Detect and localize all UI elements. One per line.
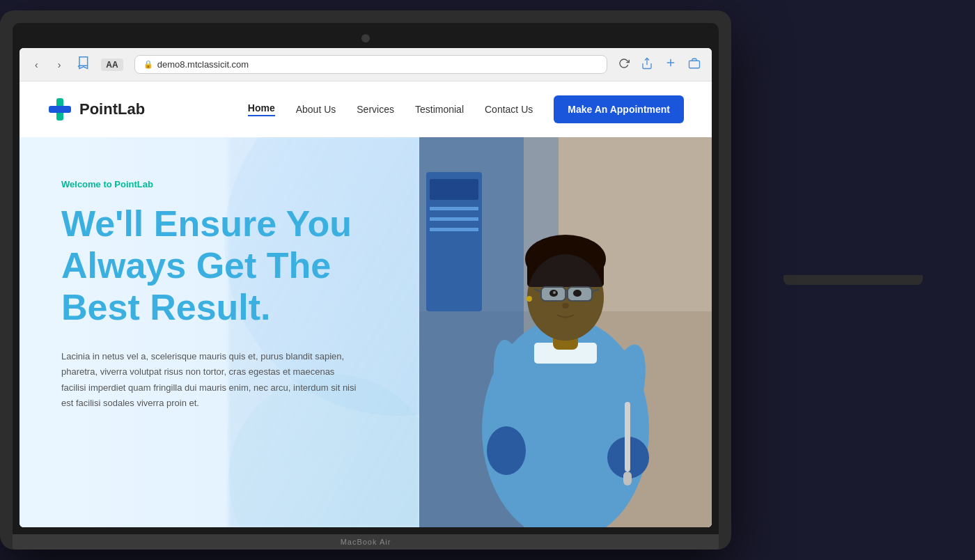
svg-rect-23 xyxy=(625,402,630,472)
macbook-bottom-bar: MacBook Air xyxy=(13,534,719,550)
hero-description: Lacinia in netus vel a, scelerisque maur… xyxy=(61,349,361,410)
new-tab-button[interactable] xyxy=(664,56,677,72)
hero-welcome-text: Welcome to PointLab xyxy=(61,179,407,189)
address-bar[interactable]: 🔒 demo8.mtclassicit.com xyxy=(134,55,607,74)
browser-screen: ‹ › AA 🔒 demo8.mtclassicit.com xyxy=(20,48,712,527)
svg-point-39 xyxy=(527,254,604,341)
site-header: PointLab Home About Us Services Testimon… xyxy=(20,81,712,137)
logo-area: PointLab xyxy=(47,97,145,122)
logo-cross-icon xyxy=(47,97,72,122)
reader-mode-button[interactable]: AA xyxy=(101,59,123,71)
hero-title-line1: We'll Ensure You xyxy=(61,203,352,244)
svg-rect-24 xyxy=(623,472,632,485)
hero-title: We'll Ensure You Always Get The Best Res… xyxy=(61,203,407,328)
site-nav: Home About Us Services Testimonial Conta… xyxy=(248,95,684,123)
nav-testimonial[interactable]: Testimonial xyxy=(415,104,464,115)
website-content: PointLab Home About Us Services Testimon… xyxy=(20,81,712,527)
nav-services[interactable]: Services xyxy=(357,104,394,115)
browser-toolbar: ‹ › AA 🔒 demo8.mtclassicit.com xyxy=(20,48,712,81)
back-button[interactable]: ‹ xyxy=(31,58,42,72)
hero-content: Welcome to PointLab We'll Ensure You Alw… xyxy=(20,137,435,527)
lab-scientist-illustration xyxy=(419,137,712,527)
hero-title-line2: Always Get The xyxy=(61,245,331,286)
forward-button[interactable]: › xyxy=(54,58,65,72)
svg-point-21 xyxy=(487,426,526,475)
hero-title-line3: Best Result. xyxy=(61,287,271,327)
hero-lab-image xyxy=(419,137,712,527)
svg-rect-3 xyxy=(689,61,700,68)
nav-contact[interactable]: Contact Us xyxy=(485,104,533,115)
tab-switcher-button[interactable] xyxy=(688,57,701,72)
url-text: demo8.mtclassicit.com xyxy=(157,59,249,70)
nav-home[interactable]: Home xyxy=(248,102,275,116)
appointment-button[interactable]: Make An Appointment xyxy=(554,95,684,123)
nav-about[interactable]: About Us xyxy=(296,104,336,115)
share-button[interactable] xyxy=(641,57,653,72)
macbook-stand xyxy=(783,275,923,285)
screen-bezel: ‹ › AA 🔒 demo8.mtclassicit.com xyxy=(13,23,719,534)
macbook-model-label: MacBook Air xyxy=(341,538,391,546)
macbook-frame: ‹ › AA 🔒 demo8.mtclassicit.com xyxy=(0,10,731,550)
hero-section: Welcome to PointLab We'll Ensure You Alw… xyxy=(20,137,712,527)
bookmarks-icon[interactable] xyxy=(76,56,90,73)
svg-rect-5 xyxy=(49,106,71,113)
reload-button[interactable] xyxy=(618,58,630,71)
camera-notch xyxy=(361,34,370,42)
ssl-lock-icon: 🔒 xyxy=(143,60,153,69)
logo-text: PointLab xyxy=(79,100,145,118)
